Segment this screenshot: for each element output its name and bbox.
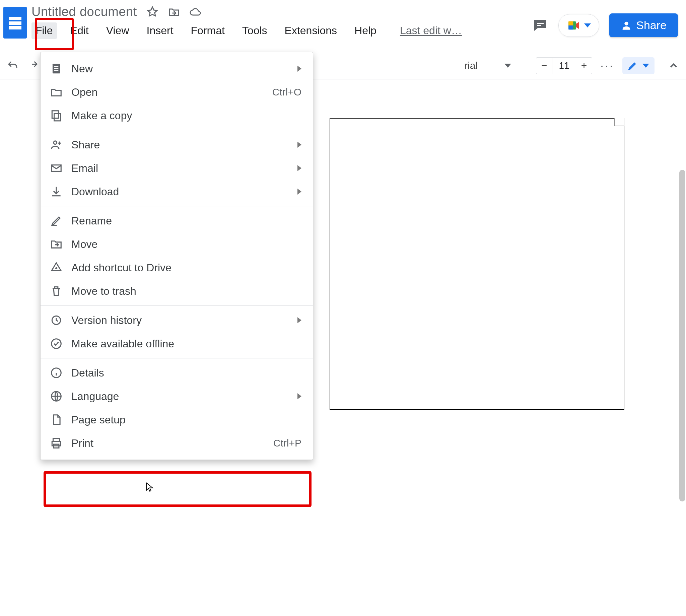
menu-item-label: Download — [71, 185, 289, 198]
menu-item-label: Rename — [71, 215, 302, 227]
svg-point-10 — [53, 141, 57, 145]
font-dropdown-icon — [505, 64, 511, 68]
submenu-arrow-icon — [297, 165, 302, 171]
meet-icon — [567, 18, 581, 32]
cloud-status-icon[interactable] — [189, 6, 201, 18]
menu-item-print[interactable]: Print Ctrl+P — [41, 432, 313, 455]
menu-item-move[interactable]: Move — [41, 233, 313, 256]
scrollbar-thumb[interactable] — [679, 170, 685, 502]
svg-rect-6 — [54, 68, 59, 69]
menu-item-rename[interactable]: Rename — [41, 209, 313, 233]
menu-item-move-trash[interactable]: Move to trash — [41, 279, 313, 303]
share-person-icon — [621, 20, 632, 31]
menu-item-label: Language — [71, 390, 289, 403]
menu-divider — [41, 206, 313, 206]
document-page[interactable] — [330, 118, 624, 410]
document-title[interactable]: Untitled document — [31, 5, 137, 19]
menu-item-label: Page setup — [71, 414, 302, 426]
folder-icon — [50, 86, 63, 98]
more-toolbar-icon[interactable]: ··· — [600, 59, 614, 73]
menu-item-offline[interactable]: Make available offline — [41, 332, 313, 355]
title-area: Untitled document File Edit View Insert … — [31, 3, 532, 39]
font-family-selector[interactable]: rial — [464, 60, 528, 71]
font-size-decrease[interactable]: − — [536, 58, 552, 74]
copy-icon — [50, 109, 63, 122]
trash-icon — [50, 285, 63, 298]
svg-point-3 — [625, 21, 628, 25]
svg-rect-5 — [54, 66, 59, 67]
folder-move-icon — [50, 238, 63, 250]
header-right: Share — [532, 3, 678, 37]
scrollbar[interactable] — [679, 133, 686, 616]
menu-item-language[interactable]: Language — [41, 384, 313, 408]
info-icon — [50, 367, 63, 379]
svg-rect-9 — [52, 111, 58, 118]
person-plus-icon — [50, 138, 63, 151]
svg-rect-1 — [569, 21, 573, 25]
undo-icon[interactable] — [7, 60, 19, 72]
menu-item-new[interactable]: New — [41, 57, 313, 81]
menu-file[interactable]: File — [31, 22, 57, 39]
submenu-arrow-icon — [297, 66, 302, 72]
offline-icon — [50, 337, 63, 350]
menu-item-label: Move to trash — [71, 285, 302, 298]
menu-item-email[interactable]: Email — [41, 156, 313, 180]
menu-item-label: Version history — [71, 314, 289, 327]
shortcut-label: Ctrl+P — [273, 438, 302, 449]
globe-icon — [50, 390, 63, 403]
menu-view[interactable]: View — [102, 22, 133, 39]
download-icon — [50, 185, 63, 198]
drive-shortcut-icon — [50, 261, 63, 274]
meet-button[interactable] — [558, 14, 599, 37]
collapse-icon[interactable] — [668, 60, 679, 71]
menu-item-label: Add shortcut to Drive — [71, 262, 302, 274]
submenu-arrow-icon — [297, 142, 302, 148]
menu-item-label: Details — [71, 367, 302, 379]
move-folder-icon[interactable] — [168, 6, 180, 18]
share-button-label: Share — [636, 19, 667, 32]
file-menu-dropdown: New Open Ctrl+O Make a copy Share Email … — [40, 52, 313, 460]
menu-item-label: Print — [71, 437, 265, 449]
menu-item-label: Email — [71, 162, 289, 175]
menu-item-open[interactable]: Open Ctrl+O — [41, 81, 313, 104]
share-button[interactable]: Share — [609, 14, 678, 37]
pencil-icon — [628, 61, 638, 71]
menu-help[interactable]: Help — [350, 22, 380, 39]
menu-format[interactable]: Format — [187, 22, 229, 39]
print-icon — [50, 437, 63, 449]
menu-item-label: Move — [71, 238, 302, 250]
menu-item-version-history[interactable]: Version history — [41, 308, 313, 332]
comments-icon[interactable] — [532, 17, 548, 34]
redo-icon[interactable] — [27, 60, 39, 72]
submenu-arrow-icon — [297, 393, 302, 399]
submenu-arrow-icon — [297, 189, 302, 195]
pencil-icon — [50, 214, 63, 227]
font-size-input[interactable] — [552, 58, 576, 74]
last-edit-link[interactable]: Last edit w… — [400, 24, 462, 37]
submenu-arrow-icon — [297, 317, 302, 323]
menu-item-share[interactable]: Share — [41, 133, 313, 156]
menu-item-label: Make a copy — [71, 110, 302, 122]
menu-item-make-copy[interactable]: Make a copy — [41, 104, 313, 127]
menu-item-add-shortcut[interactable]: Add shortcut to Drive — [41, 256, 313, 279]
page-icon — [50, 62, 63, 75]
menu-extensions[interactable]: Extensions — [281, 22, 341, 39]
menu-item-details[interactable]: Details — [41, 361, 313, 384]
page-setup-icon — [50, 413, 63, 426]
menu-insert[interactable]: Insert — [142, 22, 177, 39]
menu-tools[interactable]: Tools — [238, 22, 271, 39]
app-header: Untitled document File Edit View Insert … — [0, 0, 686, 52]
menu-item-label: Open — [71, 86, 263, 98]
menu-item-label: Share — [71, 139, 289, 151]
page-outline-tab[interactable] — [614, 118, 624, 126]
menu-item-label: Make available offline — [71, 338, 302, 350]
svg-point-13 — [51, 339, 61, 349]
font-size-increase[interactable]: + — [576, 58, 592, 74]
menu-item-download[interactable]: Download — [41, 180, 313, 203]
docs-logo-icon[interactable] — [3, 7, 27, 39]
menu-item-page-setup[interactable]: Page setup — [41, 408, 313, 432]
menu-edit[interactable]: Edit — [66, 22, 93, 39]
star-icon[interactable] — [147, 6, 158, 18]
editing-mode-button[interactable] — [622, 57, 655, 74]
svg-rect-2 — [569, 25, 573, 29]
